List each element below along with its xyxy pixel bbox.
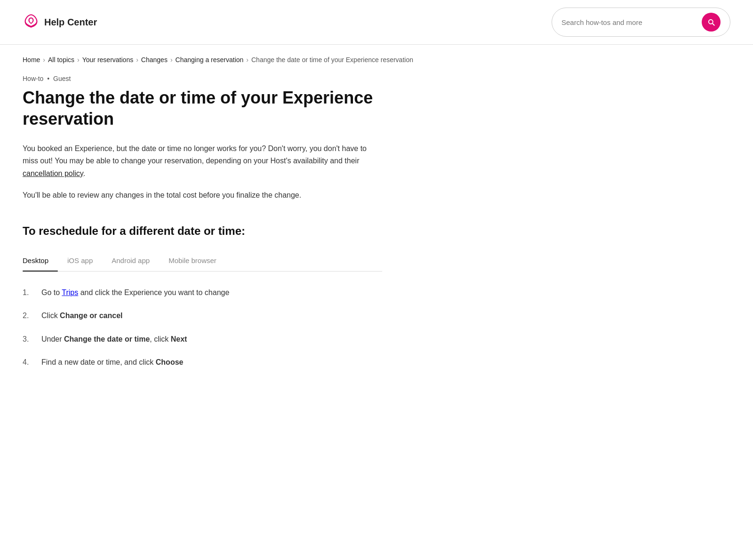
- step-1: 1. Go to Trips and click the Experience …: [23, 287, 382, 299]
- breadcrumb-your-reservations[interactable]: Your reservations: [82, 56, 133, 64]
- breadcrumb-sep-4: ›: [170, 56, 173, 64]
- breadcrumb-changes[interactable]: Changes: [141, 56, 168, 64]
- site-title: Help Center: [44, 17, 97, 28]
- change-or-cancel-label: Change or cancel: [60, 312, 122, 320]
- how-to-tag: How-to: [23, 75, 43, 82]
- tab-ios[interactable]: iOS app: [58, 251, 102, 271]
- step-num-4: 4.: [23, 356, 36, 368]
- choose-label: Choose: [156, 358, 184, 366]
- tab-mobile-browser[interactable]: Mobile browser: [159, 251, 226, 271]
- step-2: 2. Click Change or cancel: [23, 310, 382, 322]
- breadcrumb-current: Change the date or time of your Experien…: [251, 56, 413, 64]
- breadcrumb-sep-1: ›: [43, 56, 45, 64]
- tab-android[interactable]: Android app: [102, 251, 159, 271]
- airbnb-logo-icon: [23, 14, 40, 31]
- main-content: How-to • Guest Change the date or time o…: [0, 71, 405, 408]
- intro-paragraph-2: You'll be able to review any changes in …: [23, 189, 382, 201]
- breadcrumb-sep-2: ›: [77, 56, 80, 64]
- next-label: Next: [171, 335, 187, 343]
- guest-tag: Guest: [53, 75, 71, 82]
- breadcrumb-home[interactable]: Home: [23, 56, 40, 64]
- step-4-text: Find a new date or time, and click Choos…: [41, 356, 183, 368]
- article-body: You booked an Experience, but the date o…: [23, 143, 382, 202]
- search-bar: [552, 8, 730, 37]
- meta-dot: •: [47, 75, 49, 82]
- step-1-text: Go to Trips and click the Experience you…: [41, 287, 229, 299]
- cancellation-policy-link[interactable]: cancellation policy: [23, 169, 83, 177]
- search-button[interactable]: [702, 13, 721, 32]
- step-2-text: Click Change or cancel: [41, 310, 122, 322]
- site-header: Help Center: [0, 0, 753, 45]
- breadcrumb-all-topics[interactable]: All topics: [48, 56, 74, 64]
- search-input[interactable]: [561, 18, 696, 26]
- step-num-2: 2.: [23, 310, 36, 322]
- article-title: Change the date or time of your Experien…: [23, 87, 382, 129]
- step-3-text: Under Change the date or time, click Nex…: [41, 333, 187, 345]
- tab-desktop[interactable]: Desktop: [23, 251, 58, 271]
- intro-paragraph-1: You booked an Experience, but the date o…: [23, 143, 382, 180]
- trips-link[interactable]: Trips: [62, 288, 78, 296]
- step-3: 3. Under Change the date or time, click …: [23, 333, 382, 345]
- search-icon: [707, 18, 715, 26]
- breadcrumb-changing-reservation[interactable]: Changing a reservation: [176, 56, 244, 64]
- step-4: 4. Find a new date or time, and click Ch…: [23, 356, 382, 368]
- breadcrumb-sep-5: ›: [246, 56, 248, 64]
- platform-tabs: Desktop iOS app Android app Mobile brows…: [23, 251, 382, 272]
- change-date-time-label: Change the date or time: [64, 335, 150, 343]
- step-num-1: 1.: [23, 287, 36, 299]
- section-heading: To reschedule for a different date or ti…: [23, 224, 382, 238]
- breadcrumb: Home › All topics › Your reservations › …: [0, 45, 753, 71]
- article-meta: How-to • Guest: [23, 75, 382, 82]
- breadcrumb-sep-3: ›: [136, 56, 138, 64]
- steps-list: 1. Go to Trips and click the Experience …: [23, 287, 382, 368]
- step-num-3: 3.: [23, 333, 36, 345]
- logo-link[interactable]: Help Center: [23, 14, 97, 31]
